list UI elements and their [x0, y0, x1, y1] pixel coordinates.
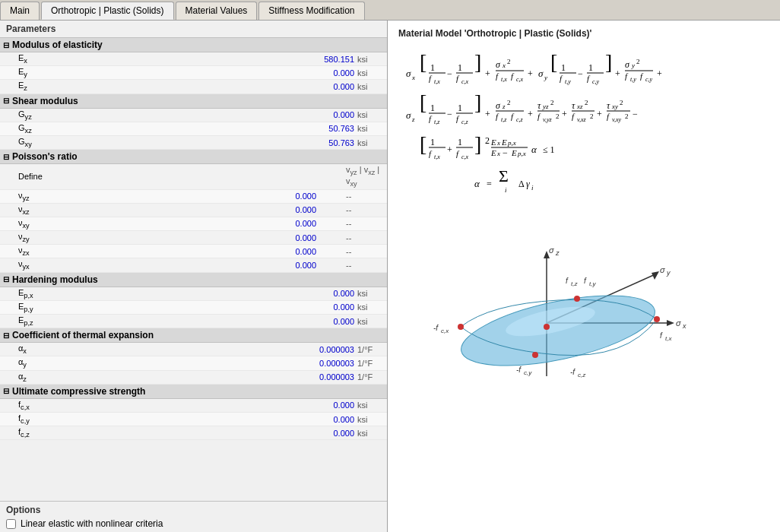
param-vzx-value[interactable]: 0.000	[258, 247, 319, 256]
svg-text:σ: σ	[496, 59, 501, 70]
svg-text:t,z: t,z	[501, 116, 507, 123]
param-fcz: fc,z 0.000 ksi	[0, 426, 387, 440]
svg-text:+: +	[562, 109, 567, 119]
section-modulus-elasticity[interactable]: ⊟ Modulus of elasticity	[0, 38, 387, 52]
tab-stiffness[interactable]: Stiffness Modification	[258, 2, 364, 20]
svg-text:yz: yz	[542, 103, 549, 110]
svg-text:t,z: t,z	[434, 119, 440, 125]
param-vxy: νxy 0.000 --	[0, 217, 387, 231]
param-ey: Ey 0.000 ksi	[0, 66, 387, 80]
svg-text:σ: σ	[538, 68, 544, 79]
svg-text:t,z: t,z	[571, 280, 578, 287]
svg-text:f: f	[429, 74, 433, 83]
svg-text:z: z	[411, 116, 415, 123]
svg-point-141	[574, 296, 580, 302]
svg-text:E: E	[490, 148, 496, 157]
svg-text:-f: -f	[516, 366, 522, 374]
section-poisson[interactable]: ⊟ Poisson's ratio	[0, 150, 387, 164]
svg-text:−: −	[578, 68, 583, 79]
svg-text:f: f	[560, 74, 563, 83]
param-epz-name: Ep,z	[18, 315, 296, 327]
param-ax-value[interactable]: 0.000003	[296, 345, 357, 354]
param-vzx-name: νzx	[18, 245, 258, 257]
svg-text:t,x: t,x	[434, 154, 440, 160]
svg-text:1: 1	[458, 62, 462, 73]
collapse-icon-thermal: ⊟	[3, 331, 9, 340]
param-fcx-value[interactable]: 0.000	[296, 401, 357, 410]
svg-text:v,xy: v,xy	[612, 116, 622, 123]
param-epx-name: Ep,x	[18, 288, 296, 299]
svg-point-140	[532, 352, 538, 358]
param-epx-value[interactable]: 0.000	[296, 289, 357, 298]
section-shear-label: Shear modulus	[12, 96, 78, 106]
svg-text:t,y: t,y	[565, 78, 571, 85]
svg-text:1: 1	[430, 137, 435, 147]
svg-text:2: 2	[625, 112, 629, 120]
svg-text:σ: σ	[406, 109, 411, 121]
svg-point-142	[544, 324, 550, 330]
linear-elastic-checkbox[interactable]	[6, 519, 16, 529]
param-gxy-value[interactable]: 50.763	[296, 138, 357, 147]
section-shear[interactable]: ⊟ Shear modulus	[0, 94, 387, 109]
tab-material-values[interactable]: Material Values	[176, 2, 258, 20]
svg-text:f: f	[607, 112, 610, 121]
svg-text:f: f	[566, 277, 569, 285]
svg-text:σ: σ	[660, 265, 665, 274]
svg-text:f: f	[511, 71, 515, 81]
section-thermal[interactable]: ⊟ Coefficient of thermal expansion	[0, 328, 387, 343]
param-epy: Ep,y 0.000 ksi	[0, 301, 387, 315]
right-panel: Material Model 'Orthotropic | Plastic (S…	[388, 21, 780, 532]
tab-orthotropic[interactable]: Orthotropic | Plastic (Solids)	[41, 2, 174, 20]
svg-text:τ: τ	[607, 100, 610, 111]
param-ax: αx 0.000003 1/°F	[0, 343, 387, 356]
svg-text:x: x	[496, 139, 500, 147]
param-vxy-value[interactable]: 0.000	[258, 219, 319, 228]
param-ez: Ez 0.000 ksi	[0, 80, 387, 93]
param-az: αz 0.000003 1/°F	[0, 371, 387, 385]
svg-text:t,y: t,y	[589, 280, 596, 287]
param-fcy-unit: ksi	[357, 415, 384, 424]
checkbox-row: Linear elastic with nonlinear criteria	[6, 518, 381, 529]
param-ay: αy 0.000003 1/°F	[0, 356, 387, 370]
section-hardening[interactable]: ⊟ Hardening modulus	[0, 273, 387, 287]
param-vyz-value[interactable]: 0.000	[258, 192, 319, 201]
param-fcy-value[interactable]: 0.000	[296, 415, 357, 424]
svg-text:c,z: c,z	[516, 116, 524, 123]
param-fcz-value[interactable]: 0.000	[296, 429, 357, 438]
param-vyx-extra: --	[346, 261, 384, 270]
param-vxz-value[interactable]: 0.000	[258, 205, 319, 214]
svg-text:p,x: p,x	[517, 150, 526, 157]
param-epy-name: Ep,y	[18, 302, 296, 313]
tab-main[interactable]: Main	[0, 2, 40, 20]
svg-text:x: x	[496, 150, 500, 157]
svg-text:1: 1	[430, 62, 435, 73]
svg-text:]: ]	[474, 132, 481, 156]
param-vyx-value[interactable]: 0.000	[258, 261, 319, 270]
svg-text:c,z: c,z	[461, 119, 469, 125]
svg-text:x: x	[682, 322, 686, 330]
svg-text:t,y: t,y	[630, 76, 636, 83]
param-vxy-name: νxy	[18, 218, 258, 230]
param-ex: Ex 580.151 ksi	[0, 52, 387, 66]
param-gxz-value[interactable]: 50.763	[296, 124, 357, 133]
param-az-name: αz	[18, 372, 296, 383]
param-ey-value[interactable]: 0.000	[296, 68, 357, 78]
section-compressive[interactable]: ⊟ Ultimate compressive strength	[0, 385, 387, 399]
collapse-icon-poisson: ⊟	[3, 153, 9, 161]
param-ez-value[interactable]: 0.000	[296, 82, 357, 91]
param-az-value[interactable]: 0.000003	[296, 372, 357, 382]
svg-text:f: f	[537, 112, 541, 121]
svg-text:c,x: c,x	[441, 328, 449, 334]
svg-text:xy: xy	[611, 103, 618, 110]
param-epz-value[interactable]: 0.000	[296, 317, 357, 326]
param-ay-value[interactable]: 0.000003	[296, 359, 357, 368]
param-vyz: νyz 0.000 --	[0, 190, 387, 204]
svg-text:-f: -f	[433, 324, 439, 332]
param-gyz-value[interactable]: 0.000	[296, 110, 357, 119]
param-vzy-value[interactable]: 0.000	[258, 233, 319, 242]
param-ex-value[interactable]: 580.151	[296, 55, 357, 64]
param-vyz-name: νyz	[18, 191, 258, 202]
param-epy-value[interactable]: 0.000	[296, 302, 357, 312]
param-az-unit: 1/°F	[357, 372, 384, 382]
params-scroll[interactable]: ⊟ Modulus of elasticity Ex 580.151 ksi E…	[0, 38, 387, 501]
